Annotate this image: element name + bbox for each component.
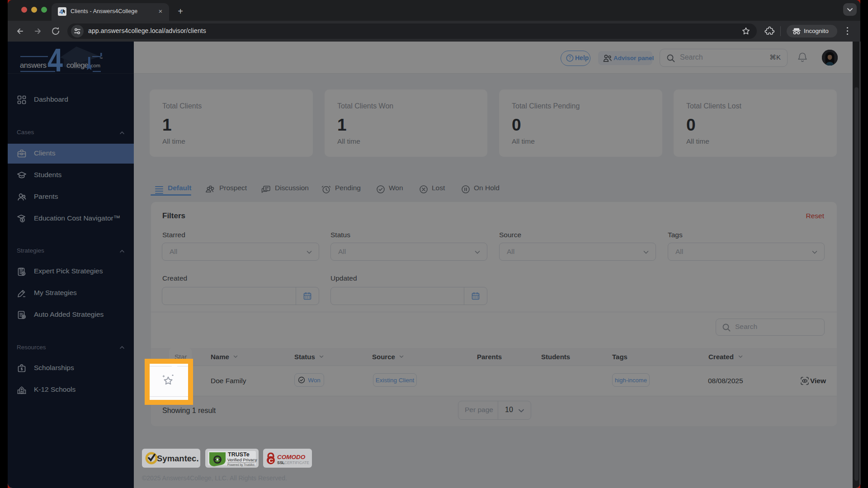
svg-text:Powered by TrustArc: Powered by TrustArc [227, 463, 255, 467]
svg-text:Verified Privacy: Verified Privacy [227, 457, 257, 462]
svg-text:COMODO: COMODO [277, 454, 306, 460]
svg-text:C: C [269, 457, 274, 464]
svg-text:4: 4 [59, 8, 63, 15]
svg-text:Symantec.: Symantec. [157, 454, 199, 463]
svg-text:SSL: SSL [277, 460, 285, 465]
svg-text:TRUSTe: TRUSTe [228, 451, 250, 458]
svg-text:CERTIFICATE: CERTIFICATE [284, 460, 309, 465]
